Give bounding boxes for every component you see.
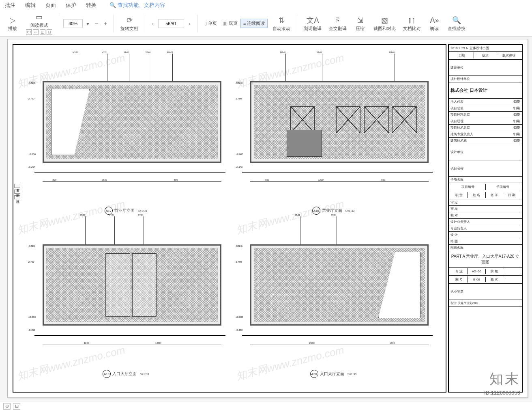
brand-watermark: 知末 <box>489 370 520 388</box>
menu-edit[interactable]: 编辑 <box>25 2 36 9</box>
speaker-icon: A» <box>430 15 439 26</box>
view-single-button[interactable]: ▯单页 <box>202 19 220 28</box>
compress-button[interactable]: ⇲压缩 <box>352 14 369 32</box>
file-compare-button[interactable]: ⫿⫿文档比对 <box>401 14 423 32</box>
fit-2-icon[interactable]: ▭ <box>33 29 39 35</box>
fit-4-icon[interactable]: ⊡ <box>47 29 52 35</box>
compress-icon: ⇲ <box>357 15 363 26</box>
read-mode-button[interactable]: ▭阅读模式1:1▭◫⊡ <box>24 11 55 36</box>
view-double-button[interactable]: ▯▯双页 <box>220 19 240 28</box>
full-translate-icon: ⎘ <box>336 15 340 26</box>
menu-page[interactable]: 页面 <box>45 2 56 9</box>
page-input[interactable] <box>158 19 184 28</box>
fit-1-icon[interactable]: 1:1 <box>26 29 32 35</box>
elevation-a17: MT-01MT-01ST-01ST-01FW-01 原模板 2.700 ±0.0… <box>22 52 230 215</box>
menu-protect[interactable]: 保护 <box>66 2 76 9</box>
menu-convert[interactable]: 转换 <box>86 2 97 9</box>
autoscroll-icon: ⇅ <box>279 15 285 26</box>
book-icon: ▭ <box>36 12 43 22</box>
toolbar: ▷播放 ▭阅读模式1:1▭◫⊡ ▾ − + ⟳旋转文档 ‹ › ▯单页 ▯▯双页… <box>0 11 532 37</box>
title-block: 2018.2.25 A 总体设计出图 日期版次版次说明 建设单位 境外设计单位 … <box>448 44 523 393</box>
compare-icon: ⫿⫿ <box>408 15 416 26</box>
play-button[interactable]: ▷播放 <box>4 14 21 32</box>
search-hint[interactable]: 🔍 查找功能、文档内容 <box>109 2 165 9</box>
full-translate-button[interactable]: ⎘全文翻译 <box>326 14 349 32</box>
elevation-a19: ST-01ST-01ST-01 原模板 2.700 ±0.000 -0.450 … <box>22 215 230 378</box>
zoom-out-button[interactable]: − <box>92 19 101 28</box>
view-continuous-button[interactable]: ≡连续阅读 <box>240 19 268 28</box>
menu-bar: 批注 编辑 页面 保护 转换 🔍 查找功能、文档内容 <box>0 0 532 11</box>
asset-id: ID:1126000053 <box>484 390 520 396</box>
screenshot-icon: ▧ <box>381 15 388 26</box>
zoom-control: ▾ − + <box>63 19 109 28</box>
prev-page-button[interactable]: ‹ <box>149 20 157 27</box>
fit-3-icon[interactable]: ◫ <box>40 29 45 35</box>
zoom-in-button[interactable]: + <box>101 19 109 28</box>
menu-annotate[interactable]: 批注 <box>5 2 15 9</box>
autoscroll-button[interactable]: ⇅自动滚动 <box>270 14 293 32</box>
drawing-area: 索引图层标注 MT-01MT-01ST-01ST-01FW-01 原模板 2.7… <box>13 44 446 393</box>
next-page-button[interactable]: › <box>186 20 193 27</box>
status-expand-button[interactable]: ⊕ <box>3 403 11 410</box>
elevation-a18: MT-01ST-01MT-01 原模板 2.700 ±0.000 -0.450 <box>230 52 437 215</box>
rotate-icon: ⟳ <box>127 15 133 26</box>
zoom-dropdown[interactable]: ▾ <box>84 19 92 28</box>
side-tabs: 索引图层标注 <box>14 184 20 201</box>
word-translate-button[interactable]: 文A划词翻译 <box>301 14 324 32</box>
read-aloud-button[interactable]: A»朗读 <box>426 14 443 32</box>
document-viewport[interactable]: 索引图层标注 MT-01MT-01ST-01ST-01FW-01 原模板 2.7… <box>0 37 532 402</box>
search-icon: 🔍 <box>452 15 461 26</box>
find-replace-button[interactable]: 🔍查找替换 <box>445 14 468 32</box>
status-collapse-button[interactable]: ⊟ <box>13 403 20 410</box>
rotate-button[interactable]: ⟳旋转文档 <box>118 14 141 32</box>
translate-icon: 文A <box>307 15 319 26</box>
pdf-page: 索引图层标注 MT-01MT-01ST-01ST-01FW-01 原模板 2.7… <box>7 39 528 398</box>
elevation-a20: ST-01ST-01 原模板 2.700 ±0.000 -0.450 25001… <box>230 215 437 378</box>
play-icon: ▷ <box>10 15 15 26</box>
zoom-input[interactable] <box>63 19 83 28</box>
page-navigator: ‹ › <box>149 19 193 28</box>
status-bar: ⊕ ⊟ <box>0 402 532 410</box>
screenshot-button[interactable]: ▧截图和对比 <box>371 14 398 32</box>
